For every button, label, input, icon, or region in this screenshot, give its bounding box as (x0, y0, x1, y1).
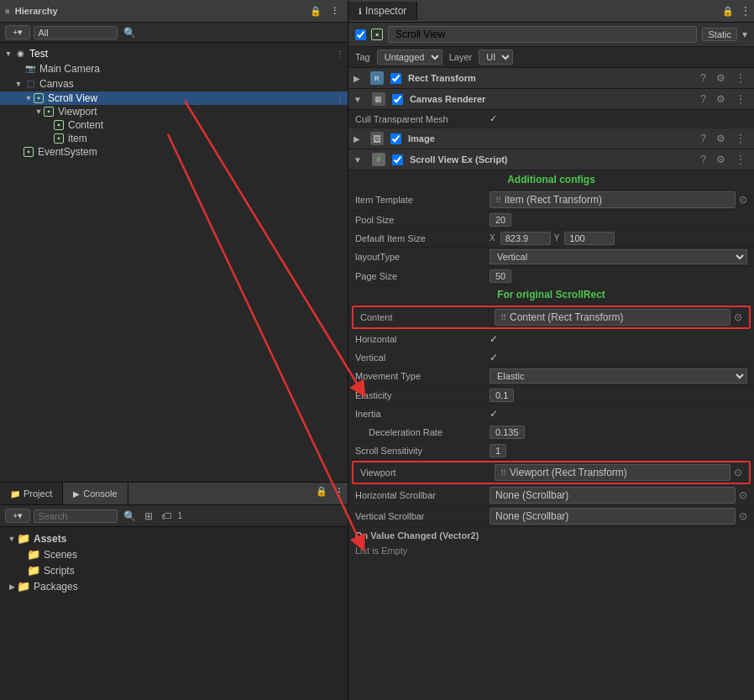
tab-project[interactable]: 📁 Project (0, 483, 63, 504)
folder-packages[interactable]: ▶ 📁 Packages (3, 578, 344, 594)
tab-console[interactable]: ▶ Console (63, 483, 128, 504)
page-size-value[interactable]: 50 (490, 269, 511, 283)
elasticity-value[interactable]: 0.1 (490, 389, 514, 402)
viewport-ref[interactable]: ⠿ Viewport (Rect Transform) (495, 464, 730, 481)
content-ref[interactable]: ⠿ Content (Rect Transform) (495, 309, 730, 326)
tree-arrow-canvas[interactable]: ▼ (13, 80, 24, 88)
project-lock-icon[interactable]: 🔒 (312, 483, 331, 504)
layout-type-select[interactable]: Vertical Horizontal (490, 249, 747, 264)
object-active-checkbox[interactable] (355, 29, 366, 40)
image-help[interactable]: ? (697, 131, 709, 146)
canvas-renderer-header[interactable]: ▼ ▦ Canvas Renderer ? ⚙ ⋮ (348, 89, 754, 110)
rect-transform-help[interactable]: ? (697, 71, 709, 86)
canvas-renderer-checkbox[interactable] (392, 94, 403, 105)
prop-page-size[interactable]: Page Size 50 (348, 267, 754, 285)
default-item-y[interactable] (564, 232, 615, 245)
rect-transform-expand[interactable]: ▶ (353, 74, 360, 83)
hierarchy-lock-icon[interactable]: 🔒 (310, 6, 322, 17)
project-menu-icon[interactable]: ⋮ (331, 483, 348, 504)
inspector-lock-icon[interactable]: 🔒 (719, 3, 737, 20)
tree-arrow-scrollview[interactable]: ▼ (24, 94, 34, 102)
tree-menu-scrollview[interactable]: ⋮ (336, 94, 344, 103)
scrollviewex-help[interactable]: ? (697, 152, 709, 167)
prop-content[interactable]: Content ⠿ Content (Rect Transform) ⊙ (352, 306, 751, 329)
item-template-circle-btn[interactable]: ⊙ (739, 194, 747, 206)
prop-v-scrollbar[interactable]: Vertical Scrollbar None (Scrollbar) ⊙ (348, 506, 754, 527)
default-item-x[interactable] (500, 232, 551, 245)
rect-transform-header[interactable]: ▶ R Rect Transform ? ⚙ ⋮ (348, 68, 754, 89)
project-add-button[interactable]: +▾ (5, 509, 30, 523)
tree-item-item[interactable]: ▪ item (0, 132, 348, 145)
viewport-circle-btn[interactable]: ⊙ (734, 467, 742, 478)
canvas-renderer-help[interactable]: ? (697, 91, 709, 107)
hierarchy-search-input[interactable] (34, 26, 118, 39)
folder-scripts[interactable]: 📁 Scripts (3, 562, 344, 578)
tree-item-scrollview[interactable]: ▼ ▪ Scroll View ⋮ (0, 91, 348, 105)
canvas-renderer-expand[interactable]: ▼ (353, 95, 362, 104)
prop-cull-transparent[interactable]: Cull Transparent Mesh ✓ (348, 110, 754, 128)
prop-layout-type[interactable]: layoutType Vertical Horizontal (348, 248, 754, 267)
canvas-renderer-menu[interactable]: ⋮ (732, 91, 749, 107)
scrollviewex-checkbox[interactable] (392, 154, 403, 165)
inspector-menu-icon[interactable]: ⋮ (737, 2, 754, 20)
prop-viewport[interactable]: Viewport ⠿ Viewport (Rect Transform) ⊙ (352, 461, 751, 484)
rect-transform-checkbox[interactable] (390, 73, 401, 84)
static-dropdown-icon[interactable]: ▾ (742, 29, 747, 40)
scrollviewex-expand[interactable]: ▼ (353, 155, 362, 165)
h-scrollbar-circle-btn[interactable]: ⊙ (739, 489, 747, 501)
image-expand[interactable]: ▶ (353, 134, 360, 144)
item-template-ref[interactable]: ⠿ item (Rect Transform) (490, 191, 736, 208)
prop-h-scrollbar[interactable]: Horizontal Scrollbar None (Scrollbar) ⊙ (348, 485, 754, 506)
v-scrollbar-ref[interactable]: None (Scrollbar) (490, 508, 736, 525)
layer-select[interactable]: UI (479, 50, 513, 65)
rect-transform-menu[interactable]: ⋮ (732, 71, 749, 86)
image-menu[interactable]: ⋮ (732, 131, 749, 146)
movement-type-select[interactable]: Elastic Clamped Unrestricted (490, 368, 747, 384)
hierarchy-menu-icon[interactable]: ⋮ (327, 4, 343, 18)
image-checkbox[interactable] (390, 133, 401, 144)
tree-item-viewport[interactable]: ▼ ▪ Viewport (0, 105, 348, 118)
arrow-assets[interactable]: ▼ (7, 535, 17, 543)
pool-size-value[interactable]: 20 (490, 213, 511, 227)
prop-default-item-size[interactable]: Default Item Size X Y (348, 229, 754, 248)
prop-item-template[interactable]: Item Template ⠿ item (Rect Transform) ⊙ (348, 190, 754, 211)
project-search-input[interactable] (34, 509, 118, 523)
project-tag-btn[interactable]: 🏷 (159, 509, 174, 523)
prop-movement-type[interactable]: Movement Type Elastic Clamped Unrestrict… (348, 367, 754, 386)
tree-item-eventsystem[interactable]: ▪ EventSystem (0, 145, 348, 159)
folder-assets[interactable]: ▼ 📁 Assets (3, 530, 344, 546)
prop-vertical[interactable]: Vertical ✓ (348, 348, 754, 367)
rect-transform-settings[interactable]: ⚙ (713, 71, 729, 86)
prop-elasticity[interactable]: Elasticity 0.1 (348, 386, 754, 405)
inspector-tab[interactable]: ℹ Inspector (348, 2, 417, 20)
prop-scroll-sensitivity[interactable]: Scroll Sensitivity 1 (348, 441, 754, 460)
v-scrollbar-circle-btn[interactable]: ⊙ (739, 510, 747, 522)
prop-horizontal[interactable]: Horizontal ✓ (348, 330, 754, 348)
tree-item-canvas[interactable]: ▼ ⬚ Canvas (0, 76, 348, 91)
canvas-renderer-settings[interactable]: ⚙ (713, 91, 729, 107)
tree-arrow-test[interactable]: ▼ (3, 50, 13, 58)
tree-arrow-viewport[interactable]: ▼ (34, 107, 44, 116)
project-search-btn[interactable]: 🔍 (121, 509, 139, 523)
object-name-input[interactable] (388, 26, 697, 43)
tag-select[interactable]: Untagged (377, 50, 442, 65)
scroll-sensitivity-value[interactable]: 1 (490, 444, 506, 457)
content-circle-btn[interactable]: ⊙ (734, 311, 742, 323)
h-scrollbar-ref[interactable]: None (Scrollbar) (490, 487, 736, 504)
tree-item-test[interactable]: ▼ ◉ Test ⋮ (0, 46, 348, 61)
folder-scenes[interactable]: 📁 Scenes (3, 546, 344, 562)
tree-item-content[interactable]: ▪ Content (0, 118, 348, 132)
arrow-packages[interactable]: ▶ (7, 582, 17, 591)
hierarchy-search-button[interactable]: 🔍 (121, 26, 139, 39)
prop-inertia[interactable]: Inertia ✓ (348, 405, 754, 423)
hierarchy-add-button[interactable]: +▾ (5, 25, 30, 39)
scrollviewex-menu[interactable]: ⋮ (732, 152, 749, 167)
scrollviewex-settings[interactable]: ⚙ (713, 152, 729, 167)
deceleration-rate-value[interactable]: 0.135 (490, 426, 525, 439)
image-settings[interactable]: ⚙ (713, 131, 729, 146)
image-header[interactable]: ▶ 🖼 Image ? ⚙ ⋮ (348, 128, 754, 149)
tree-menu-test[interactable]: ⋮ (336, 50, 344, 59)
prop-pool-size[interactable]: Pool Size 20 (348, 211, 754, 229)
project-filter-btn[interactable]: ⊞ (142, 509, 155, 523)
tree-item-maincamera[interactable]: 📷 Main Camera (0, 61, 348, 76)
